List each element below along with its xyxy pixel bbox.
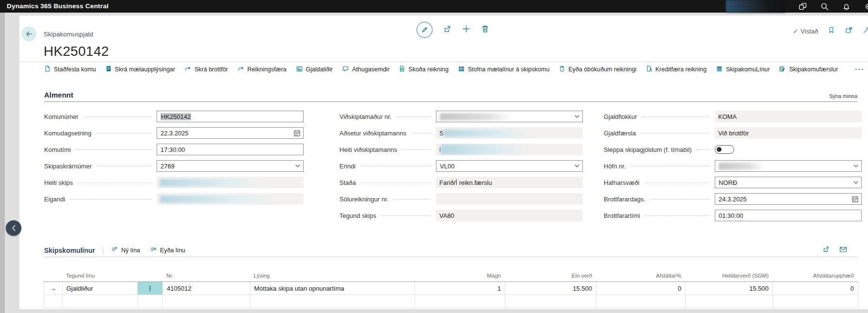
field-hofn-nr: Höfn nr.: [604, 158, 862, 174]
hafnarsvaedi-combobox[interactable]: NORÐ: [715, 177, 862, 188]
cell-einverd[interactable]: 15.500: [505, 282, 596, 295]
chevron-down-icon[interactable]: [295, 163, 301, 171]
column-header-upphaed[interactable]: Afsláttarupphæð: [772, 266, 858, 281]
field-komudagsetning: Komudagsetning 22.3.2025: [44, 125, 304, 141]
expand-arrow-icon[interactable]: [863, 26, 868, 36]
column-header-nr[interactable]: Nr.: [162, 266, 250, 281]
cell-tegund-linu[interactable]: Gjaldliður: [63, 282, 138, 295]
chevron-down-icon[interactable]: [853, 163, 859, 171]
gjaldfaersla-value: Við brottför: [715, 127, 862, 139]
action-athugasemdir[interactable]: Athugasemdir: [342, 66, 389, 74]
action-skra-brottfor[interactable]: Skrá brottför: [184, 66, 228, 74]
new-line-button[interactable]: Ný lína: [111, 246, 140, 254]
skip-ship-fees-toggle[interactable]: [715, 145, 734, 154]
delete-button[interactable]: [481, 25, 489, 35]
settings-gear-icon[interactable]: [864, 2, 868, 11]
action-skipakomufaerslur[interactable]: Skipakomufærslur: [779, 66, 838, 74]
cell-heildarverd[interactable]: 15.500: [686, 282, 773, 295]
cell-lysing[interactable]: Móttaka skipa utan opnunartíma: [250, 282, 415, 295]
skipaskrarnumer-combobox[interactable]: 2769: [157, 160, 304, 172]
cell-options[interactable]: ⋮: [138, 282, 163, 295]
ship-arrival-entries-icon: [779, 66, 786, 74]
open-in-window-icon[interactable]: [845, 26, 853, 36]
action-skra-maelaupplysingar[interactable]: Skrá mælaupplýsingar: [105, 65, 175, 74]
komudagsetning-input[interactable]: 22.3.2025: [157, 127, 304, 139]
brottfarardags-input[interactable]: 24.3.2025: [715, 193, 862, 205]
share-button[interactable]: [443, 25, 451, 35]
share-icon[interactable]: [822, 246, 830, 255]
column-header-magn[interactable]: Magn: [415, 266, 505, 281]
action-skoda-reikning[interactable]: Skoða reikning: [399, 65, 449, 74]
delete-line-icon: [150, 246, 157, 254]
action-stadfesta-komu[interactable]: Staðfesta komu: [44, 65, 96, 74]
gjaldflokkur-value: KOMA: [715, 111, 862, 122]
erindi-combobox[interactable]: VL00: [436, 160, 583, 172]
vidskiptamadur-combobox[interactable]: [436, 111, 583, 122]
new-line-icon: [111, 246, 118, 254]
field-stada: Staða Farið/Í reikn.færslu: [339, 174, 583, 191]
collapse-panel-button[interactable]: [6, 220, 21, 236]
more-actions-button[interactable]: ···: [855, 66, 865, 73]
app-top-bar: Dynamics 365 Business Central: [0, 0, 868, 13]
cell-magn[interactable]: 1: [415, 282, 505, 295]
brottfarartimi-input[interactable]: 01:30:00: [715, 210, 862, 221]
check-icon: ✓: [793, 28, 798, 35]
action-skipakomulinur[interactable]: SkipakomuLínur: [716, 66, 770, 74]
calendar-icon[interactable]: [852, 196, 859, 204]
chevron-down-icon[interactable]: [853, 179, 859, 187]
app-title[interactable]: Dynamics 365 Business Central: [7, 0, 109, 13]
column-header-options: [137, 266, 162, 281]
chevron-down-icon[interactable]: [574, 163, 580, 171]
section-title-general[interactable]: Almennt: [44, 91, 73, 99]
field-gjaldfaersla: Gjaldfærsla Við brottför: [604, 125, 862, 141]
search-icon[interactable]: [820, 2, 829, 11]
hofn-combobox[interactable]: [715, 160, 862, 172]
field-komunumer: Komunúmer HK250142: [44, 108, 304, 125]
column-header-tegund-linu[interactable]: Tegund línu: [62, 266, 137, 281]
breadcrumb[interactable]: Skipakomuspjald: [44, 31, 93, 38]
cell-afslattar[interactable]: 0: [596, 282, 686, 295]
redacted-value: [440, 113, 513, 120]
show-less-link[interactable]: Sýna minna: [829, 93, 857, 99]
komutimi-input[interactable]: 17:30:00: [157, 144, 304, 155]
active-row-indicator: →: [44, 282, 63, 295]
action-ribbon: Staðfesta komu Skrá mælaupplýsingar Skrá…: [19, 62, 868, 77]
field-brottfarardags: Brottfarardags. 24.3.2025: [604, 191, 862, 207]
action-gjaldalidir[interactable]: Gjaldaliðir: [296, 66, 333, 74]
field-tegund-skips: Tegund skips VA80: [339, 207, 583, 224]
delete-line-button[interactable]: Eyða línu: [150, 246, 185, 254]
redacted-value: [160, 179, 259, 186]
field-erindi: Erindi VL00: [339, 158, 583, 174]
column-header-lysing[interactable]: Lýsing: [250, 266, 415, 281]
column-header-heildarverd[interactable]: Heildarverð (SGM): [685, 266, 772, 281]
environment-icon[interactable]: [799, 2, 807, 11]
view-invoice-icon: [399, 65, 405, 74]
action-stofna-maelalinur[interactable]: Stofna mælalínur á skipskomu: [458, 66, 549, 74]
action-eyda-obokudum-reikningi[interactable]: Eyða óbókuðum reikningi: [559, 65, 636, 74]
mail-icon[interactable]: [839, 246, 847, 255]
chevron-down-icon[interactable]: [574, 113, 580, 121]
delete-unposted-invoice-icon: [559, 65, 565, 74]
notifications-bell-icon[interactable]: [842, 2, 851, 11]
column-header-einverd[interactable]: Ein.verð: [505, 266, 596, 281]
section-divider: [44, 257, 858, 257]
lines-section-title[interactable]: Skipskomulínur: [44, 247, 95, 254]
action-reikningsfaera[interactable]: Reikningsfæra: [237, 66, 287, 74]
register-departure-icon: [184, 66, 192, 74]
field-gjaldflokkur: Gjaldflokkur KOMA: [604, 108, 862, 125]
calendar-icon[interactable]: [293, 130, 301, 138]
saved-indicator: ✓ Vistað: [793, 28, 818, 35]
edit-mode-button[interactable]: [417, 22, 433, 38]
row-options-button[interactable]: ⋮: [138, 282, 162, 295]
action-kreditfaera-reikning[interactable]: Kreditfæra reikning: [646, 65, 707, 74]
back-button[interactable]: [21, 26, 36, 41]
cell-upphaed[interactable]: 0: [773, 282, 858, 295]
field-heiti-skips: Heiti skips: [44, 174, 304, 191]
cell-nr[interactable]: 4105012: [163, 282, 250, 295]
bookmark-icon[interactable]: [828, 26, 835, 36]
redacted-value: [160, 196, 272, 203]
workspace: Skipakomuspjald HK250142 ✓ Vistað: [0, 13, 868, 313]
komunumer-input[interactable]: HK250142: [157, 111, 304, 122]
new-button[interactable]: [462, 25, 470, 35]
column-header-afslattar[interactable]: Afsláttar%: [596, 266, 685, 281]
